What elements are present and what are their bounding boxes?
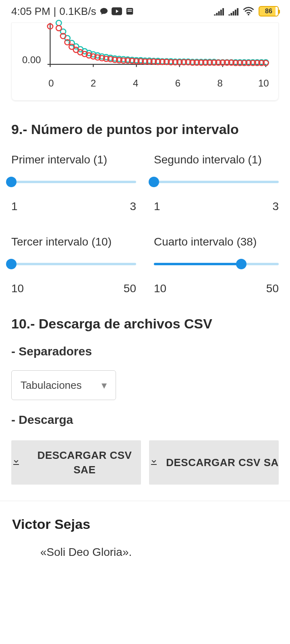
signal-icon	[213, 7, 224, 16]
slider-1-max: 3	[130, 200, 136, 213]
dropdown-value: Tabulaciones	[21, 379, 82, 392]
slider-1[interactable]	[11, 177, 136, 187]
battery-icon: 86	[259, 6, 279, 17]
download-label: - Descarga	[11, 413, 279, 427]
svg-rect-2	[127, 9, 132, 10]
slider-2-min: 1	[154, 200, 160, 213]
separators-label: - Separadores	[11, 345, 279, 358]
slider-2-label: Segundo intervalo (1)	[154, 153, 279, 166]
chart-card: 0.00 0 2 4 6 8 10	[11, 23, 279, 101]
chart	[20, 23, 270, 75]
slider-3-max: 50	[124, 282, 136, 295]
status-time: 4:05 PM	[11, 5, 50, 18]
download-csv-sa-button[interactable]: DESCARGAR CSV SA	[149, 440, 279, 485]
signal-icon-2	[228, 7, 238, 16]
battery-level: 86	[265, 8, 272, 15]
download-btn-2-label: DESCARGAR CSV SA	[166, 455, 279, 470]
svg-rect-3	[127, 11, 132, 12]
status-netspeed: 0.1KB/s	[60, 5, 96, 18]
footer-quote: «Soli Deo Gloria».	[40, 546, 278, 559]
separator-dropdown[interactable]: Tabulaciones ▾	[11, 370, 116, 400]
slider-4-min: 10	[154, 282, 166, 295]
slider-4-max: 50	[266, 282, 279, 295]
footer: Victor Sejas «Soli Deo Gloria».	[0, 501, 290, 559]
caret-down-icon: ▾	[102, 379, 107, 392]
slider-1-label: Primer intervalo (1)	[11, 153, 136, 166]
y-tick-0: 0.00	[22, 54, 41, 66]
download-btn-1-label: DESCARGAR CSV SAE	[28, 448, 141, 477]
slider-2[interactable]	[154, 177, 279, 187]
svg-point-62	[56, 25, 61, 31]
download-csv-sae-button[interactable]: DESCARGAR CSV SAE	[11, 440, 141, 485]
book-icon	[125, 7, 134, 16]
slider-3[interactable]	[11, 259, 136, 269]
wifi-icon	[242, 6, 255, 16]
download-icon	[11, 456, 21, 469]
section-10-title: 10.- Descarga de archivos CSV	[11, 316, 279, 332]
slider-1-min: 1	[11, 200, 18, 213]
status-bar: 4:05 PM | 0.1KB/s 86	[0, 0, 290, 23]
slider-3-label: Tercer intervalo (10)	[11, 235, 136, 248]
slider-3-min: 10	[11, 282, 24, 295]
slider-4[interactable]	[154, 259, 279, 269]
download-icon	[149, 456, 159, 469]
section-9-title: 9.- Número de puntos por intervalo	[11, 122, 279, 137]
slider-4-label: Cuarto intervalo (38)	[154, 235, 279, 248]
youtube-icon	[112, 7, 122, 15]
footer-author: Victor Sejas	[12, 516, 278, 532]
svg-point-4	[248, 14, 249, 15]
x-axis-ticks: 0 2 4 6 8 10	[47, 78, 266, 89]
chat-icon	[99, 7, 108, 16]
slider-2-max: 3	[272, 200, 279, 213]
